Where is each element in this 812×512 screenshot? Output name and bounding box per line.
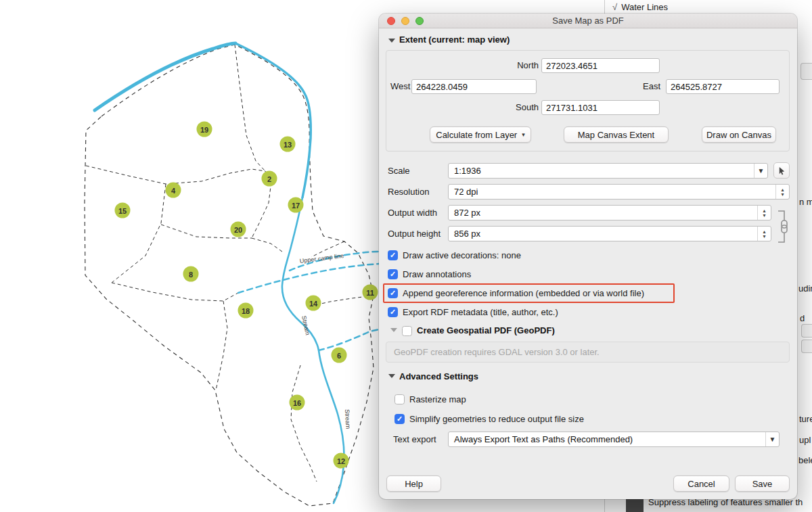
east-input[interactable] xyxy=(666,79,780,94)
checkbox-create-geopdf[interactable]: ✓ xyxy=(402,326,412,336)
text-export-dropdown[interactable]: Always Export Text as Paths (Recommended… xyxy=(448,432,780,447)
map-marker-8: 8 xyxy=(183,266,199,282)
map-canvas-extent-button[interactable]: Map Canvas Extent xyxy=(564,126,669,143)
simplify-geometries-label: Simplify geometries to reduce output fil… xyxy=(409,414,584,425)
north-label: North xyxy=(480,60,539,70)
extent-section-header: Extent (current: map view) xyxy=(399,34,510,45)
collapse-triangle-extent[interactable] xyxy=(388,39,395,43)
draw-on-canvas-label: Draw on Canvas xyxy=(706,130,771,140)
resolution-value: 72 dpi xyxy=(454,185,478,199)
south-label: South xyxy=(480,102,539,112)
map-marker-17: 17 xyxy=(288,197,304,213)
lock-aspect-ratio-icon[interactable] xyxy=(775,207,790,246)
checkbox-append-georeference[interactable]: ✓ xyxy=(388,288,398,298)
screen: 191324171520818141161612Upper camp lineS… xyxy=(0,0,812,512)
advanced-settings-header: Advanced Settings xyxy=(399,371,478,381)
map-canvas[interactable]: 191324171520818141161612Upper camp lineS… xyxy=(0,0,379,512)
output-height-value: 856 px xyxy=(454,227,480,241)
checkbox-draw-active-decorations[interactable]: ✓ xyxy=(388,250,398,260)
spinner-arrows-icon[interactable]: ▴▾ xyxy=(775,185,789,199)
save-map-as-pdf-dialog: Save Map as PDF Extent (current: map vie… xyxy=(379,14,797,499)
map-marker-16: 16 xyxy=(290,395,305,411)
cropped-button-fragment[interactable] xyxy=(801,340,812,353)
text-export-label: Text export xyxy=(393,434,436,444)
save-button-label: Save xyxy=(752,479,773,489)
export-rdf-metadata-label: Export RDF metadata (title, author, etc.… xyxy=(403,307,558,318)
output-height-label: Output height xyxy=(388,229,441,239)
spinner-arrows-icon[interactable]: ▴▾ xyxy=(757,227,771,241)
cropped-button-fragment[interactable] xyxy=(801,324,812,338)
layer-item-label: Water Lines xyxy=(621,2,668,12)
map-label: Stream xyxy=(344,409,352,429)
south-input[interactable] xyxy=(541,100,660,115)
scale-combobox[interactable]: 1:1936 ▼ xyxy=(448,163,768,179)
checkbox-simplify-geometries[interactable]: ✓ xyxy=(394,414,405,424)
draw-active-decorations-label: Draw active decorations: none xyxy=(403,250,521,261)
scale-label: Scale xyxy=(388,166,410,176)
geopdf-section-header: Create Geospatial PDF (GeoPDF) xyxy=(417,325,555,335)
set-scale-from-canvas-button[interactable] xyxy=(773,162,790,179)
calculate-from-layer-button[interactable]: Calculate from Layer▾ xyxy=(430,126,531,143)
resolution-spinbox[interactable]: 72 dpi ▴▾ xyxy=(448,184,790,200)
output-width-label: Output width xyxy=(388,208,437,218)
dialog-title: Save Map as PDF xyxy=(379,16,797,26)
map-marker-20: 20 xyxy=(231,222,246,237)
map-marker-2: 2 xyxy=(262,171,277,187)
draw-annotations-label: Draw annotations xyxy=(403,269,471,280)
cursor-icon xyxy=(777,166,786,175)
map-marker-14: 14 xyxy=(306,296,321,311)
scale-value: 1:1936 xyxy=(454,164,481,178)
resolution-label: Resolution xyxy=(388,187,429,197)
parcel-internal-lines xyxy=(86,45,374,482)
chevron-down-icon[interactable]: ▼ xyxy=(765,432,779,446)
cropped-button-fragment[interactable] xyxy=(800,63,812,80)
map-marker-19: 19 xyxy=(197,122,212,137)
north-input[interactable] xyxy=(541,58,660,73)
save-button[interactable]: Save xyxy=(735,475,790,492)
map-marker-13: 13 xyxy=(280,137,296,152)
cropped-text: udin xyxy=(798,283,812,294)
output-height-spinbox[interactable]: 856 px ▴▾ xyxy=(448,226,771,241)
collapse-triangle-advanced[interactable] xyxy=(388,374,395,378)
map-marker-11: 11 xyxy=(363,285,378,300)
map-marker-12: 12 xyxy=(334,453,349,469)
text-export-value: Always Export Text as Paths (Recommended… xyxy=(454,432,633,446)
chevron-down-icon[interactable]: ▼ xyxy=(754,164,767,178)
spinner-arrows-icon[interactable]: ▴▾ xyxy=(757,206,771,220)
geopdf-note-text: GeoPDF creation requires GDAL version 3.… xyxy=(386,342,789,362)
panel-divider-top xyxy=(604,0,605,14)
checkbox-draw-annotations[interactable]: ✓ xyxy=(388,269,398,279)
west-label: West xyxy=(390,81,410,91)
geopdf-note-box: GeoPDF creation requires GDAL version 3.… xyxy=(386,342,790,363)
cropped-text: bele xyxy=(798,455,812,465)
append-georeference-label: Append georeference information (embedde… xyxy=(403,288,644,299)
draw-on-canvas-button[interactable]: Draw on Canvas xyxy=(702,126,776,143)
collapse-triangle-geopdf[interactable] xyxy=(390,328,397,332)
calculate-from-layer-label: Calculate from Layer xyxy=(436,130,517,140)
dialog-titlebar[interactable]: Save Map as PDF xyxy=(379,14,797,28)
cancel-button-label: Cancel xyxy=(687,479,715,489)
cropped-text: n m xyxy=(799,197,812,207)
map-canvas-extent-label: Map Canvas Extent xyxy=(578,130,654,140)
line-layer-icon: √ xyxy=(612,2,617,12)
output-width-spinbox[interactable]: 872 px ▴▾ xyxy=(448,205,771,220)
parcel-outer-boundary xyxy=(85,45,374,506)
river-thick xyxy=(95,43,235,110)
map-marker-6: 6 xyxy=(332,348,347,363)
chevron-down-icon: ▾ xyxy=(522,131,525,138)
cropped-text: ture xyxy=(799,414,812,424)
help-button-label: Help xyxy=(405,479,423,489)
map-marker-18: 18 xyxy=(238,303,254,319)
checkbox-export-rdf-metadata[interactable]: ✓ xyxy=(388,307,398,317)
rasterize-map-label: Rasterize map xyxy=(409,394,466,405)
output-width-value: 872 px xyxy=(454,206,480,220)
west-input[interactable] xyxy=(411,79,537,94)
map-marker-15: 15 xyxy=(115,203,131,218)
checkbox-rasterize-map[interactable]: ✓ xyxy=(394,394,405,404)
cropped-text: d xyxy=(800,313,805,323)
map-marker-4: 4 xyxy=(166,183,181,198)
help-button[interactable]: Help xyxy=(386,475,441,492)
east-label: East xyxy=(643,81,660,91)
layer-item-water-lines[interactable]: √Water Lines xyxy=(612,2,668,12)
cancel-button[interactable]: Cancel xyxy=(673,475,729,492)
